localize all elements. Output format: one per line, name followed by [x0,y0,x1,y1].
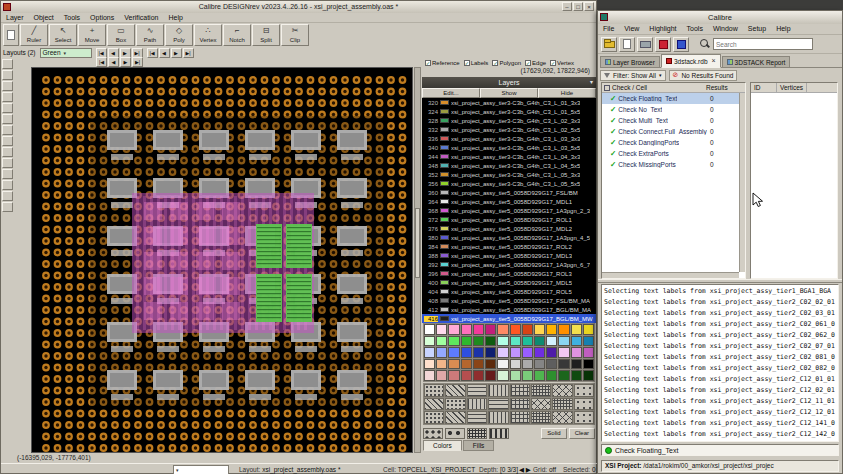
fill-pattern-horiz[interactable] [467,411,487,424]
nav-button[interactable]: ◀ [108,48,119,58]
palette-color[interactable] [522,359,533,370]
menu-setup[interactable]: Setup [743,24,771,34]
column-vertices[interactable]: Vertices [777,83,807,92]
fill-pattern-dots[interactable] [424,411,444,424]
layer-row[interactable]: 400xsi_project_assy_tier5_0058D929G17_MD… [422,278,596,287]
fill-pattern-sparse[interactable] [574,384,594,397]
fill-pattern-cross[interactable] [552,411,572,424]
nav-button[interactable]: |◀ [96,57,107,67]
palette-color[interactable] [510,370,521,381]
palette-color[interactable] [558,336,569,347]
tool-path-button[interactable]: ∿Path [136,24,164,46]
menu-file[interactable]: File [598,24,619,34]
nav-button[interactable]: ▶| [183,48,194,58]
fill-pattern-dense[interactable] [531,384,551,397]
fill-pattern-via[interactable] [423,428,443,439]
tree-vertical-scrollbar[interactable] [739,93,745,272]
palette-color[interactable] [473,359,484,370]
fill-solid-button[interactable]: Solid [541,428,566,439]
palette-color[interactable] [448,359,459,370]
palette-color[interactable] [546,336,557,347]
tab-fills[interactable]: Fills [463,440,495,451]
fill-pattern-sparse[interactable] [574,411,594,424]
nav-button[interactable]: ▶ [120,57,131,67]
viewopt-vertex[interactable]: ✓Vertex [550,60,574,66]
layer-row[interactable]: 340xsi_project_assy_tier3-C3b_G4th_C3_L_… [422,143,596,152]
palette-color[interactable] [571,359,582,370]
side-tool-button[interactable] [2,180,13,190]
palette-color[interactable] [436,347,447,358]
open-button[interactable] [601,37,617,52]
tab-3dstack.rdb[interactable]: 3dstack.rdb× [661,54,721,68]
check-row[interactable]: ✓Check Multi_Text0 [602,115,745,126]
nav-button[interactable]: ▶ [171,48,182,58]
palette-color[interactable] [485,347,496,358]
tool-poly-button[interactable]: ◇Poly [165,24,193,46]
tool-clip-button[interactable]: ✂Clip [281,24,309,46]
fill-pattern-diag[interactable] [424,398,444,411]
side-tool-button[interactable] [2,158,13,168]
palette-color[interactable] [534,359,545,370]
fill-pattern-sparse[interactable] [574,398,594,411]
palette-color[interactable] [497,347,508,358]
fill-pattern-grid[interactable] [510,398,530,411]
palette-color[interactable] [534,370,545,381]
palette-color[interactable] [473,324,484,335]
tool-split-button[interactable]: ⊟Split [252,24,280,46]
nav-button[interactable]: ▶ [120,48,131,58]
tool-notch-button[interactable]: ⌐Notch [223,24,251,46]
fill-pattern-vert[interactable] [488,384,508,397]
fill-pattern-array[interactable] [467,428,487,439]
tool-vertex-button[interactable]: ∴Vertex [194,24,222,46]
palette-color[interactable] [522,347,533,358]
zoom-results-button[interactable] [673,37,689,52]
palette-color[interactable] [583,324,594,335]
scrollbar-thumb[interactable] [415,208,420,278]
fill-pattern-ball[interactable] [445,428,465,439]
viewopt-reference[interactable]: ✓Reference [425,60,460,66]
panel-splitter[interactable] [598,279,842,283]
viewopt-polygon[interactable]: ✓Polygon [492,60,521,66]
check-row[interactable]: ✓Check MissingPorts0 [602,159,745,170]
palette-color[interactable] [522,324,533,335]
layers-hide-button[interactable]: Hide [538,88,596,98]
canvas-vertical-scrollbar[interactable] [414,67,421,453]
side-tool-button[interactable] [2,136,13,146]
palette-color[interactable] [436,359,447,370]
palette-color[interactable] [436,324,447,335]
transcript-log[interactable]: Selecting text labels from xsi_project_a… [601,284,839,442]
layers-show-button[interactable]: Show [480,88,538,98]
menu-tools[interactable]: Tools [59,13,85,23]
open-layout-button[interactable] [3,24,19,46]
palette-color[interactable] [546,324,557,335]
side-tool-button[interactable] [2,202,13,212]
palette-color[interactable] [497,370,508,381]
palette-color[interactable] [448,336,459,347]
layer-row[interactable]: 404xsi_project_assy_tier5_0058D929G17_RO… [422,287,596,296]
side-tool-button[interactable] [2,103,13,113]
palette-color[interactable] [436,370,447,381]
nav-button[interactable]: ▶| [132,48,143,58]
column-id[interactable]: ID [751,83,777,92]
fill-pattern-cross[interactable] [552,384,572,397]
palette-color[interactable] [461,359,472,370]
layer-row[interactable]: 336xsi_project_assy_tier3-C3b_G4th_C3_L_… [422,134,596,143]
palette-color[interactable] [424,336,435,347]
palette-color[interactable] [497,324,508,335]
layer-row[interactable]: 348xsi_project_assy_tier3-C3b_G4th_C3_L_… [422,161,596,170]
menu-window[interactable]: Window [708,24,743,34]
palette-color[interactable] [424,359,435,370]
layer-row[interactable]: 396xsi_project_assy_tier5_0058D929G17_RO… [422,269,596,278]
layer-row[interactable]: 320xsi_project_assy_tier3-C3b_G4th_C3_L_… [422,98,596,107]
tab-3dstack-report[interactable]: 3DSTACK Report [722,56,791,68]
palette-color[interactable] [583,336,594,347]
status-depth-nav[interactable]: ◀ ▶ [519,465,531,474]
palette-color[interactable] [485,370,496,381]
fill-pattern-pad[interactable] [489,428,509,439]
layer-row[interactable]: 408xsi_project_assy_tier5_0058D929G17_FS… [422,296,596,305]
palette-color[interactable] [510,336,521,347]
fill-pattern-vert[interactable] [467,398,487,411]
palette-color[interactable] [571,336,582,347]
layer-row[interactable]: 376xsi_project_assy_tier5_0058D929G17_MD… [422,224,596,233]
side-tool-button[interactable] [2,70,13,80]
